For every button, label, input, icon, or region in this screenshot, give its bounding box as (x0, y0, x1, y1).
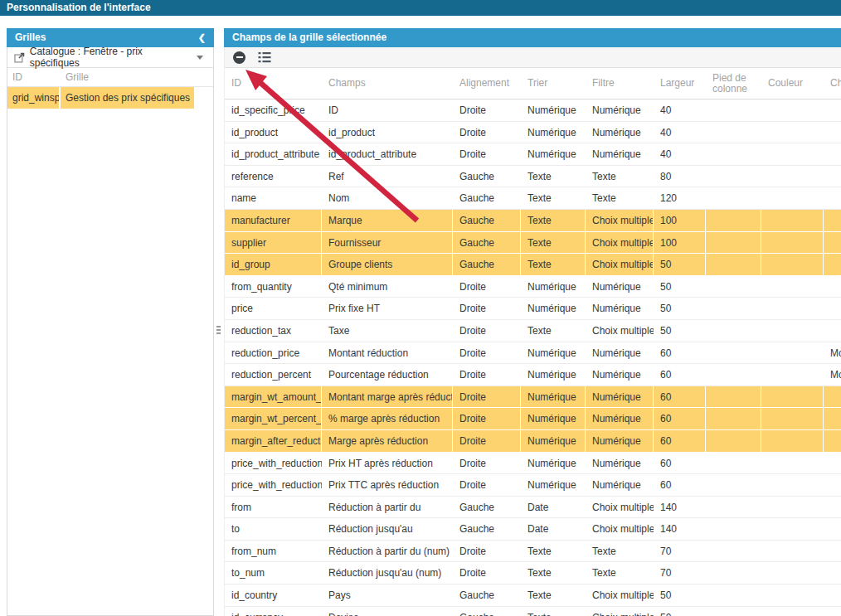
table-cell (824, 276, 841, 298)
table-cell: Numérique (586, 453, 654, 475)
column-header[interactable]: Pied de colonne (706, 68, 761, 99)
table-row[interactable]: nameNomGaucheTexteTexte120 (225, 187, 841, 210)
table-cell (824, 166, 841, 188)
table-cell (824, 497, 841, 519)
table-cell: Numérique (586, 342, 654, 365)
column-header[interactable]: Trier (521, 68, 586, 99)
table-cell: Choix multiple ( (586, 497, 654, 519)
table-cell: Choix multiple ( (586, 254, 654, 276)
table-cell: Gauche (453, 232, 521, 255)
table-cell: Gauche (453, 584, 521, 607)
collapse-panel-icon[interactable]: ❮ (198, 28, 206, 47)
ordered-list-icon[interactable] (258, 51, 271, 64)
table-cell: Numérique (521, 474, 586, 497)
table-cell: Pays (322, 584, 453, 607)
grid-selector-label: Catalogue : Fenêtre - prix spécifiques (30, 46, 192, 69)
table-cell: Numérique (521, 386, 586, 409)
table-cell: 40 (654, 122, 706, 144)
remove-field-icon[interactable] (233, 51, 245, 64)
table-row[interactable]: id_product_attributeid_product_attribute… (225, 143, 841, 166)
table-cell (761, 210, 824, 232)
table-row[interactable]: manufacturerMarqueGaucheTexteChoix multi… (225, 210, 841, 232)
table-cell: Réduction à partir du (num) (322, 541, 453, 563)
table-row[interactable]: to_numRéduction jusqu'au (num)DroiteText… (225, 562, 841, 584)
table-cell (761, 122, 824, 144)
table-cell: Numérique (586, 408, 654, 430)
table-cell (824, 453, 841, 475)
table-row[interactable]: price_with_reduction_tPrix TTC après réd… (225, 474, 841, 497)
panel-splitter[interactable] (215, 322, 221, 338)
table-cell: Date (521, 497, 586, 519)
table-cell: Droite (453, 386, 521, 409)
table-cell: Gestion des prix spécifiques (61, 87, 194, 109)
column-header[interactable]: Filtre (586, 68, 654, 99)
grid-selector-dropdown[interactable]: Catalogue : Fenêtre - prix spécifiques (7, 47, 213, 68)
table-row[interactable]: id_productid_productDroiteNumériqueNumér… (225, 122, 841, 144)
table-cell: Date (521, 518, 586, 541)
table-cell: Numérique (586, 99, 654, 122)
column-header[interactable]: Grille (61, 71, 194, 83)
table-row[interactable]: toRéduction jusqu'auGaucheDateChoix mult… (225, 518, 841, 541)
table-row[interactable]: from_numRéduction à partir du (num)Droit… (225, 541, 841, 563)
table-cell (706, 298, 761, 320)
table-row[interactable]: margin_after_reductionMarge après réduct… (225, 430, 841, 453)
table-cell: ID (322, 99, 453, 122)
column-header[interactable]: ID (7, 71, 61, 83)
table-cell: 50 (654, 320, 706, 342)
column-header[interactable]: ID (225, 68, 322, 99)
table-row[interactable]: from_quantityQté minimumDroiteNumériqueN… (225, 276, 841, 298)
table-cell: 120 (654, 187, 706, 210)
table-row[interactable]: supplierFournisseurGaucheTexteChoix mult… (225, 232, 841, 255)
table-row[interactable]: fromRéduction à partir duGaucheDateChoix… (225, 497, 841, 519)
table-row[interactable]: reduction_priceMontant réductionDroiteNu… (225, 342, 841, 365)
table-cell: % marge après réduction (322, 408, 453, 430)
table-cell: id_product_attribute (225, 143, 322, 166)
table-cell: Choix multiple ( (586, 518, 654, 541)
table-cell (706, 518, 761, 541)
table-cell: id_country (225, 584, 322, 607)
table-row[interactable]: referenceRefGaucheTexteTexte80 (225, 166, 841, 188)
table-cell: Droite (453, 430, 521, 453)
table-cell: Numérique (586, 122, 654, 144)
table-cell (761, 187, 824, 210)
table-cell (761, 320, 824, 342)
table-cell (706, 474, 761, 497)
table-cell (824, 210, 841, 232)
table-cell: 40 (654, 99, 706, 122)
table-cell (824, 408, 841, 430)
table-cell: Texte (521, 320, 586, 342)
table-cell (761, 541, 824, 563)
table-cell (824, 254, 841, 276)
table-row[interactable]: id_countryPaysGaucheTexteChoix multiple … (225, 584, 841, 607)
table-cell: 60 (654, 342, 706, 365)
table-row[interactable]: id_groupGroupe clientsGaucheTexteChoix m… (225, 254, 841, 276)
table-row[interactable]: reduction_taxTaxeDroiteTexteChoix multip… (225, 320, 841, 342)
table-cell: Texte (521, 232, 586, 255)
table-row[interactable]: id_specific_priceIDDroiteNumériqueNuméri… (225, 99, 841, 122)
table-row[interactable]: margin_wt_amount_afMontant marge après r… (225, 386, 841, 409)
table-row[interactable]: grid_winspeGestion des prix spécifiques (7, 87, 213, 109)
champs-toolbar (224, 47, 841, 68)
table-cell (706, 99, 761, 122)
table-row[interactable]: pricePrix fixe HTDroiteNumériqueNumériqu… (225, 298, 841, 320)
table-cell: Droite (453, 122, 521, 144)
table-row[interactable]: id_currencyDeviseGaucheTexteChoix multip… (225, 607, 841, 616)
column-header[interactable]: Largeur (654, 68, 706, 99)
table-cell: margin_after_reduction (225, 430, 322, 453)
column-header[interactable]: Champs (322, 68, 453, 99)
table-cell: Réduction jusqu'au (num) (322, 562, 453, 584)
table-cell: 60 (654, 408, 706, 430)
table-cell: Réduction jusqu'au (322, 518, 453, 541)
table-cell (761, 276, 824, 298)
table-row[interactable]: margin_wt_percent_af% marge après réduct… (225, 408, 841, 430)
column-header[interactable]: Alignement (453, 68, 521, 99)
table-cell: Numérique (521, 143, 586, 166)
column-header[interactable]: Couleur (761, 68, 824, 99)
table-cell (706, 453, 761, 475)
table-row[interactable]: price_with_reduction_tPrix HT après rédu… (225, 453, 841, 475)
table-cell: Marque (322, 210, 453, 232)
table-row[interactable]: reduction_percentPourcentage réductionDr… (225, 364, 841, 386)
table-cell: Texte (586, 562, 654, 584)
column-header[interactable]: Ch (824, 68, 841, 99)
table-cell: Pourcentage réduction (322, 364, 453, 386)
